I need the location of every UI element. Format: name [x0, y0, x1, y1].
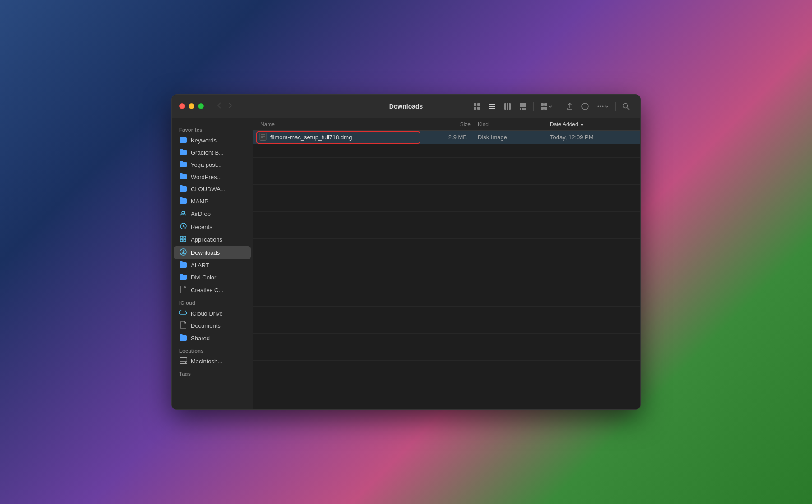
sidebar-item-keywords[interactable]: Keywords	[174, 134, 251, 147]
sidebar-item-label: Applications	[191, 236, 222, 243]
folder-icon	[179, 161, 187, 169]
locations-label: Locations	[172, 344, 253, 355]
col-kind[interactable]: Kind	[474, 121, 546, 128]
sidebar-item-label: Keywords	[191, 137, 217, 144]
tag-button[interactable]	[578, 101, 592, 112]
sidebar-item-yoga-post[interactable]: Yoga post...	[174, 159, 251, 171]
empty-row	[253, 239, 640, 252]
maximize-button[interactable]	[198, 103, 204, 109]
minimize-button[interactable]	[189, 103, 194, 109]
sidebar-item-creative-c[interactable]: Creative C...	[174, 284, 251, 297]
sidebar-item-cloudwa[interactable]: CLOUDWA...	[174, 183, 251, 195]
svg-rect-5	[489, 106, 495, 107]
sidebar-item-macintosh[interactable]: Macintosh...	[174, 355, 251, 367]
downloads-icon	[179, 248, 187, 257]
separator-3	[615, 102, 616, 111]
svg-point-18	[582, 103, 588, 110]
col-size[interactable]: Size	[420, 121, 474, 128]
svg-rect-16	[541, 107, 544, 110]
svg-point-19	[598, 105, 599, 107]
forward-button[interactable]	[226, 100, 235, 113]
doc-icon	[179, 321, 187, 330]
back-button[interactable]	[215, 100, 224, 113]
svg-rect-14	[541, 103, 544, 106]
svg-rect-7	[504, 103, 506, 110]
dmg-file-icon	[259, 133, 267, 142]
file-list: Name Size Kind Date Added ▾ filmora-mac_…	[253, 118, 640, 409]
sidebar-item-mamp[interactable]: MAMP	[174, 195, 251, 207]
empty-row	[253, 320, 640, 334]
file-name: filmora-mac_setup_full718.dmg	[270, 134, 352, 141]
clock-icon	[179, 223, 187, 231]
sidebar-item-documents[interactable]: Documents	[174, 319, 251, 332]
folder-icon	[179, 197, 187, 205]
nav-buttons	[215, 100, 235, 113]
sidebar-item-divi-color[interactable]: Divi Color...	[174, 271, 251, 284]
empty-row	[253, 279, 640, 293]
file-kind: Disk Image	[474, 134, 546, 141]
sidebar-item-label: MAMP	[191, 198, 208, 205]
svg-point-20	[600, 105, 601, 107]
empty-row	[253, 144, 640, 158]
view-gallery-button[interactable]	[516, 101, 530, 112]
folder-icon	[179, 261, 187, 269]
sidebar-item-label: Macintosh...	[191, 358, 222, 365]
svg-rect-11	[520, 108, 521, 110]
sidebar-item-gradient-b[interactable]: Gradient B...	[174, 147, 251, 159]
view-icons-button[interactable]	[470, 101, 484, 112]
empty-row	[253, 266, 640, 279]
file-row[interactable]: filmora-mac_setup_full718.dmg 2.9 MB Dis…	[253, 131, 640, 144]
sidebar-item-label: Yoga post...	[191, 161, 221, 168]
close-button[interactable]	[179, 103, 185, 109]
empty-row	[253, 347, 640, 361]
col-name[interactable]: Name	[257, 121, 420, 128]
folder-icon	[179, 173, 187, 181]
sidebar-item-applications[interactable]: Applications	[174, 233, 251, 246]
svg-rect-4	[489, 104, 495, 105]
col-date-added[interactable]: Date Added ▾	[546, 121, 637, 128]
hdd-icon	[179, 357, 187, 365]
folder-icon	[179, 274, 187, 281]
sidebar-item-shared[interactable]: Shared	[174, 332, 251, 344]
empty-row	[253, 198, 640, 212]
empty-row	[253, 185, 640, 198]
folder-icon	[179, 149, 187, 156]
share-button[interactable]	[563, 101, 577, 112]
search-button[interactable]	[619, 101, 633, 112]
sidebar-item-label: Downloads	[191, 249, 220, 256]
sidebar-item-label: CLOUDWA...	[191, 186, 226, 192]
file-size: 2.9 MB	[420, 134, 474, 141]
toolbar-right	[470, 101, 633, 112]
sidebar-item-label: AirDrop	[191, 211, 211, 217]
file-icon	[179, 286, 187, 294]
svg-rect-6	[489, 108, 495, 109]
svg-rect-2	[474, 107, 476, 110]
sidebar-item-airdrop[interactable]: AirDrop	[174, 207, 251, 220]
sidebar-item-label: iCloud Drive	[191, 310, 223, 317]
sidebar-item-wordpress[interactable]: WordPres...	[174, 171, 251, 183]
sidebar-item-label: Recents	[191, 224, 212, 230]
view-list-button[interactable]	[485, 101, 499, 112]
more-actions-button[interactable]	[594, 101, 612, 112]
file-rows: filmora-mac_setup_full718.dmg 2.9 MB Dis…	[253, 131, 640, 409]
finder-window: Downloads	[171, 94, 641, 410]
title-bar: Downloads	[172, 95, 640, 118]
view-more-button[interactable]	[537, 101, 555, 112]
empty-row	[253, 293, 640, 307]
sidebar: Favorites Keywords Gradient B... Yoga po…	[172, 118, 253, 409]
sidebar-item-recents[interactable]: Recents	[174, 220, 251, 233]
applications-icon	[179, 235, 187, 244]
sidebar-item-downloads[interactable]: Downloads	[174, 246, 251, 259]
sidebar-item-label: AI ART	[191, 262, 209, 269]
column-headers: Name Size Kind Date Added ▾	[253, 118, 640, 131]
sidebar-item-ai-art[interactable]: AI ART	[174, 259, 251, 271]
svg-rect-17	[544, 107, 547, 110]
svg-rect-31	[260, 133, 266, 140]
empty-row	[253, 225, 640, 239]
window-title: Downloads	[389, 103, 423, 110]
view-columns-button[interactable]	[501, 101, 514, 112]
svg-rect-1	[477, 103, 480, 106]
svg-rect-0	[474, 103, 476, 106]
svg-rect-10	[520, 103, 526, 107]
sidebar-item-icloud-drive[interactable]: iCloud Drive	[174, 307, 251, 319]
